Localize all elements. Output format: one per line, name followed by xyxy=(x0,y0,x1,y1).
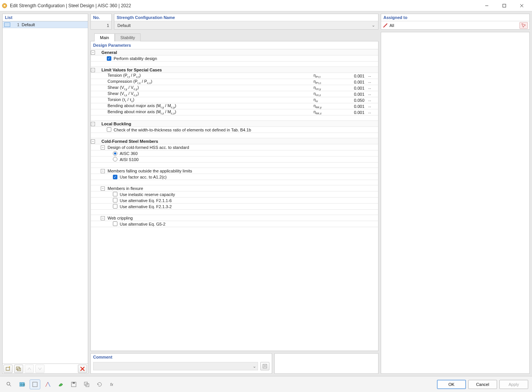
ok-button[interactable]: OK xyxy=(437,380,466,389)
expand-icon[interactable]: − xyxy=(91,122,95,126)
name-panel: Strength Configuration Name Default ⌄ xyxy=(114,14,378,30)
maximize-button[interactable] xyxy=(496,0,513,11)
cancel-button[interactable]: Cancel xyxy=(468,380,497,389)
tool-refresh-button[interactable] xyxy=(94,379,105,389)
preview-panel xyxy=(274,353,378,374)
svg-line-14 xyxy=(383,24,387,27)
search-button[interactable] xyxy=(4,379,14,389)
limit-row-name: Bending about minor axis (Mr,z / Mc,z) xyxy=(107,109,314,115)
limit-row-symbol: ηVr,y xyxy=(314,85,340,91)
limit-row-symbol: ηPr,c xyxy=(314,79,340,85)
chevron-down-icon: ⌄ xyxy=(253,364,256,369)
alt1-label: Use alternative Eq. F2.1.1-6 xyxy=(119,198,314,203)
copy-item-button[interactable] xyxy=(14,365,23,373)
limit-row-unit: -- xyxy=(367,104,378,109)
alt-g52-checkbox[interactable] xyxy=(113,221,117,226)
window-title: Edit Strength Configuration | Steel Desi… xyxy=(10,3,478,8)
tool-save-button[interactable] xyxy=(68,379,79,389)
tool-copy-button[interactable] xyxy=(81,379,92,389)
width-thickness-label: Check of the width-to-thickness ratio of… xyxy=(113,128,314,132)
limit-row-name: Bending about major axis (Mr,y / Mc,y) xyxy=(107,103,314,109)
tool-leaf-button[interactable] xyxy=(55,379,66,389)
alt2-checkbox[interactable] xyxy=(113,204,117,209)
perform-stability-label: Perform stability design xyxy=(113,56,314,61)
comment-combo[interactable]: ⌄ xyxy=(93,362,258,370)
view2-button[interactable] xyxy=(43,379,53,389)
limit-row-value[interactable]: 0.001 xyxy=(340,74,367,78)
inelastic-label: Use inelastic reserve capacity xyxy=(119,192,314,197)
new-item-button[interactable] xyxy=(3,365,13,373)
svg-rect-23 xyxy=(73,382,75,384)
width-thickness-checkbox[interactable] xyxy=(107,127,111,132)
limit-row-unit: -- xyxy=(367,110,378,115)
list-item-swatch xyxy=(4,22,10,27)
svg-rect-3 xyxy=(503,4,506,7)
list-item[interactable]: 1 Default xyxy=(3,21,88,28)
perform-stability-checkbox[interactable] xyxy=(107,56,111,61)
sort-asc-button xyxy=(25,365,34,373)
falling-outside-label: Members falling outside the applicabilit… xyxy=(107,169,314,173)
expand-icon[interactable]: − xyxy=(91,68,95,72)
limit-row-name: Shear (Vr,z / Vc,z) xyxy=(107,91,314,97)
close-button[interactable] xyxy=(513,0,530,11)
assigned-value: All xyxy=(390,23,519,28)
limit-row-value[interactable]: 0.001 xyxy=(340,92,367,96)
use-factor-label: Use factor acc. to A1.2(c) xyxy=(119,175,314,179)
expand-icon[interactable]: − xyxy=(101,169,105,173)
alt1-checkbox[interactable] xyxy=(113,198,117,202)
name-label: Strength Configuration Name xyxy=(114,14,378,21)
expand-icon[interactable]: − xyxy=(91,139,95,144)
pick-members-button[interactable] xyxy=(519,22,528,29)
svg-line-16 xyxy=(10,385,11,386)
limit-row-unit: -- xyxy=(367,80,378,84)
tab-main[interactable]: Main xyxy=(94,33,115,41)
limit-row: Shear (Vr,y / Vc,y)ηVr,y0.001-- xyxy=(91,85,378,91)
aisis100-label: AISI S100 xyxy=(119,157,314,162)
tool-fx-button[interactable]: fx xyxy=(107,379,118,389)
expand-icon[interactable]: − xyxy=(101,145,105,150)
expand-icon[interactable]: − xyxy=(91,51,95,55)
limit-row-value[interactable]: 0.001 xyxy=(340,110,367,115)
use-factor-checkbox[interactable] xyxy=(113,175,117,179)
design-params-grid: − General Perform stability design xyxy=(91,49,378,227)
comment-edit-button[interactable] xyxy=(260,362,269,370)
limit-row-value[interactable]: 0.001 xyxy=(340,104,367,109)
inelastic-checkbox[interactable] xyxy=(113,192,117,196)
aisis100-radio[interactable] xyxy=(113,157,117,161)
expand-icon[interactable]: − xyxy=(101,187,105,191)
units-button[interactable]: 0.00 xyxy=(17,379,27,389)
member-icon xyxy=(383,23,388,28)
limit-row-value[interactable]: 0.050 xyxy=(340,98,367,103)
limit-row-value[interactable]: 0.001 xyxy=(340,80,367,84)
limit-row: Compression (Pr,c / Pc,c)ηPr,c0.001-- xyxy=(91,79,378,85)
delete-item-button[interactable] xyxy=(78,365,87,373)
list-item-no: 1 xyxy=(13,22,19,27)
view1-button[interactable] xyxy=(30,379,40,389)
limit-row-value[interactable]: 0.001 xyxy=(340,86,367,90)
limit-row-symbol: ηMr,z xyxy=(314,109,340,115)
apply-button: Apply xyxy=(499,380,528,389)
limit-row-symbol: ηMr,y xyxy=(314,103,340,109)
comment-panel: Comment ⌄ xyxy=(90,353,272,374)
comment-label: Comment xyxy=(91,354,272,360)
svg-rect-6 xyxy=(6,367,10,370)
list-body: 1 Default xyxy=(3,21,88,364)
name-combo[interactable]: Default ⌄ xyxy=(114,21,378,29)
app-icon xyxy=(2,3,8,9)
limit-row-name: Tension (Pr,t / Pc,t) xyxy=(107,73,314,79)
limit-row: Bending about major axis (Mr,y / Mc,y)ηM… xyxy=(91,103,378,109)
limit-row-name: Compression (Pr,c / Pc,c) xyxy=(107,79,314,85)
group-cold-formed: Cold-Formed Steel Members xyxy=(101,139,314,144)
aisc360-radio[interactable] xyxy=(113,151,117,156)
group-local-buckling: Local Buckling xyxy=(101,122,314,126)
design-params-title: Design Parameters xyxy=(91,41,378,49)
tab-stability[interactable]: Stability xyxy=(115,33,141,41)
name-value: Default xyxy=(117,23,370,28)
minimize-button[interactable] xyxy=(478,0,496,11)
list-footer-toolbar xyxy=(3,364,88,373)
expand-icon[interactable]: − xyxy=(101,216,105,220)
list-header: List xyxy=(3,14,88,21)
svg-rect-11 xyxy=(263,364,267,368)
group-limit-values: Limit Values for Special Cases xyxy=(101,68,314,72)
svg-line-20 xyxy=(46,382,48,387)
